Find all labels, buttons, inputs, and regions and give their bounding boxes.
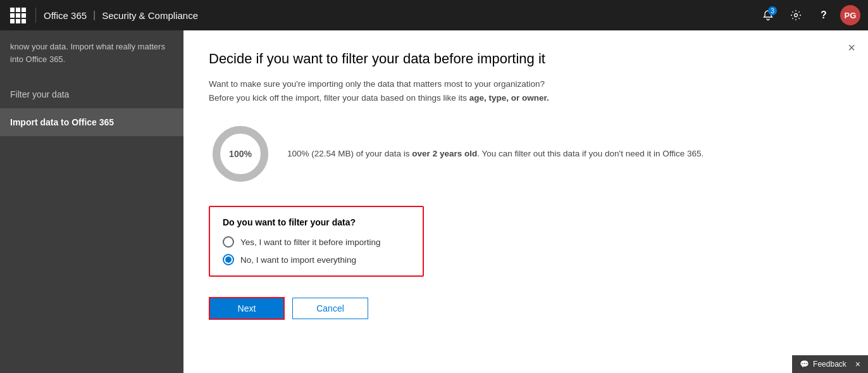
action-row: Next Cancel bbox=[209, 297, 843, 320]
page-title: Decide if you want to filter your data b… bbox=[209, 51, 843, 67]
radio-option-no[interactable]: No, I want to import everything bbox=[223, 254, 410, 265]
nav-separator: | bbox=[93, 9, 96, 21]
question-icon: ? bbox=[821, 9, 827, 21]
radio-no-label: No, I want to import everything bbox=[240, 255, 356, 265]
sidebar-item-import-data[interactable]: Import data to Office 365 bbox=[0, 108, 183, 136]
sidebar: know your data. Import what really matte… bbox=[0, 30, 183, 373]
radio-inner-no bbox=[225, 256, 232, 263]
feedback-close-icon[interactable]: × bbox=[855, 359, 860, 369]
cancel-button[interactable]: Cancel bbox=[292, 298, 368, 319]
radio-option-yes[interactable]: Yes, I want to filter it before importin… bbox=[223, 236, 410, 248]
svg-point-0 bbox=[795, 14, 798, 17]
desc-line1: Want to make sure you're importing only … bbox=[209, 79, 545, 89]
main-layout: know your data. Import what really matte… bbox=[0, 30, 868, 373]
sidebar-description: know your data. Import what really matte… bbox=[0, 30, 183, 80]
settings-button[interactable] bbox=[784, 4, 807, 27]
waffle-menu[interactable] bbox=[8, 5, 28, 25]
nav-divider bbox=[35, 8, 36, 23]
app-name: Office 365 bbox=[44, 10, 87, 21]
notification-badge: 3 bbox=[768, 6, 777, 15]
data-info-row: 100% 100% (22.54 MB) of your data is ove… bbox=[209, 122, 843, 186]
data-info-text: 100% (22.54 MB) of your data is over 2 y… bbox=[287, 147, 704, 161]
close-button[interactable]: × bbox=[848, 41, 855, 55]
avatar[interactable]: PG bbox=[840, 5, 860, 25]
radio-circle-yes bbox=[223, 236, 234, 248]
feedback-label: Feedback bbox=[813, 360, 846, 369]
info-suffix: . You can filter out this data if you do… bbox=[477, 149, 704, 158]
filter-box-title: Do you want to filter your data? bbox=[223, 217, 410, 227]
info-prefix: 100% (22.54 MB) of your data is bbox=[287, 149, 412, 158]
filter-question-box: Do you want to filter your data? Yes, I … bbox=[209, 206, 424, 277]
feedback-bar[interactable]: 💬 Feedback × bbox=[792, 355, 868, 373]
help-button[interactable]: ? bbox=[812, 4, 835, 27]
sidebar-item-filter-data[interactable]: Filter your data bbox=[0, 80, 183, 108]
section-name: Security & Compliance bbox=[102, 10, 198, 21]
radio-circle-no bbox=[223, 254, 234, 265]
next-button[interactable]: Next bbox=[209, 297, 285, 320]
nav-icons: 3 ? PG bbox=[757, 4, 860, 27]
radio-yes-label: Yes, I want to filter it before importin… bbox=[240, 237, 381, 247]
donut-svg: 100% bbox=[209, 122, 272, 186]
nav-bar: Office 365 | Security & Compliance 3 ? P… bbox=[0, 0, 868, 30]
donut-label: 100% bbox=[229, 149, 252, 159]
sidebar-item-filter-label: Filter your data bbox=[10, 89, 69, 99]
notifications-button[interactable]: 3 bbox=[757, 4, 779, 27]
sidebar-item-import-label: Import data to Office 365 bbox=[10, 117, 114, 127]
desc-bold: age, type, or owner. bbox=[469, 93, 549, 103]
info-bold: over 2 years old bbox=[412, 149, 477, 158]
desc-line2: Before you kick off the import, filter y… bbox=[209, 93, 469, 103]
donut-chart: 100% bbox=[209, 122, 272, 186]
gear-icon bbox=[790, 9, 802, 21]
content-area: × Decide if you want to filter your data… bbox=[183, 30, 868, 373]
feedback-icon: 💬 bbox=[800, 360, 809, 369]
content-description: Want to make sure you're importing only … bbox=[209, 77, 843, 104]
waffle-grid-icon bbox=[10, 8, 26, 23]
